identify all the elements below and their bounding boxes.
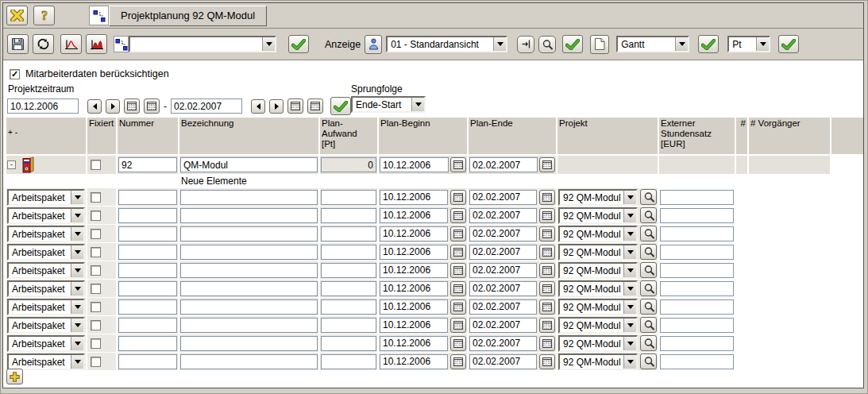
projekt-search-button[interactable] <box>640 317 657 333</box>
chevron-down-icon[interactable] <box>756 37 769 51</box>
plan-ende-calendar-button[interactable] <box>539 281 555 296</box>
plan-beginn-calendar-button[interactable] <box>450 263 466 278</box>
period-end-back-button[interactable] <box>251 99 265 114</box>
chevron-down-icon[interactable] <box>623 282 636 296</box>
chevron-down-icon[interactable] <box>71 245 83 259</box>
projekt-search-button[interactable] <box>640 280 657 296</box>
aufwand-input[interactable] <box>321 245 376 260</box>
nummer-input[interactable] <box>118 190 177 205</box>
chevron-down-icon[interactable] <box>623 191 636 204</box>
plan-ende-input[interactable] <box>469 226 537 241</box>
period-end-calendar-button[interactable] <box>287 98 303 114</box>
stundensatz-input[interactable] <box>660 263 734 278</box>
collapse-node-button[interactable]: - <box>7 160 16 169</box>
projekt-search-button[interactable] <box>640 189 657 205</box>
bezeichnung-input[interactable] <box>180 245 318 260</box>
chevron-down-icon[interactable] <box>623 355 636 369</box>
plan-beginn-input[interactable] <box>380 190 448 205</box>
projekt-select[interactable]: 92 QM-Modul <box>558 335 638 352</box>
plan-beginn-input[interactable] <box>380 226 448 241</box>
element-type-select[interactable]: Arbeitspaket <box>7 280 85 297</box>
chevron-down-icon[interactable] <box>623 337 636 350</box>
plan-ende-calendar-button[interactable] <box>539 336 555 351</box>
plan-ende-input[interactable] <box>469 190 537 205</box>
bezeichnung-input[interactable] <box>180 208 318 223</box>
bezeichnung-input[interactable] <box>180 318 318 333</box>
period-start-back-button[interactable] <box>87 99 102 114</box>
gantt-select[interactable]: Gantt <box>616 36 689 52</box>
project-beginn-calendar-button[interactable] <box>450 157 466 172</box>
plan-ende-input[interactable] <box>469 245 537 260</box>
chevron-down-icon[interactable] <box>623 209 636 222</box>
chevron-down-icon[interactable] <box>623 227 636 241</box>
aufwand-input[interactable] <box>321 318 376 333</box>
projekt-search-button[interactable] <box>640 262 657 278</box>
chevron-down-icon[interactable] <box>71 355 83 369</box>
chevron-down-icon[interactable] <box>411 98 424 111</box>
plan-ende-calendar-button[interactable] <box>539 318 555 333</box>
nummer-input[interactable] <box>118 226 177 241</box>
fixiert-checkbox[interactable] <box>91 320 101 330</box>
plan-ende-calendar-button[interactable] <box>539 299 555 315</box>
plan-beginn-calendar-button[interactable] <box>450 354 466 369</box>
fixiert-checkbox[interactable] <box>91 211 101 221</box>
save-button[interactable] <box>7 34 29 54</box>
chevron-down-icon[interactable] <box>675 37 688 51</box>
sprungfolge-select[interactable]: Ende-Start <box>351 96 426 113</box>
aufwand-input[interactable] <box>321 190 376 205</box>
period-end-calendar2-button[interactable] <box>307 98 323 114</box>
fixiert-checkbox[interactable] <box>91 229 101 239</box>
new-view-button[interactable] <box>590 35 609 54</box>
load-view-button[interactable] <box>517 36 534 53</box>
view-select[interactable]: 01 - Standardansicht <box>386 36 507 52</box>
user-view-button[interactable] <box>365 35 382 54</box>
plan-beginn-calendar-button[interactable] <box>450 318 466 333</box>
period-start-calendar2-button[interactable] <box>144 98 160 114</box>
bezeichnung-input[interactable] <box>180 336 318 351</box>
bezeichnung-input[interactable] <box>180 263 318 278</box>
plan-beginn-input[interactable] <box>380 281 448 296</box>
fixiert-checkbox[interactable] <box>91 302 101 312</box>
period-start-input[interactable] <box>7 98 79 114</box>
fixiert-checkbox[interactable] <box>91 247 101 257</box>
nummer-input[interactable] <box>118 336 177 351</box>
fixiert-checkbox[interactable] <box>91 192 101 203</box>
period-end-forward-button[interactable] <box>269 99 284 114</box>
projekt-select[interactable]: 92 QM-Modul <box>558 189 638 206</box>
fixiert-checkbox[interactable] <box>91 284 101 294</box>
chevron-down-icon[interactable] <box>71 227 83 241</box>
tab-projektplanung[interactable]: Projektplanung 92 QM-Modul <box>109 6 267 26</box>
chevron-down-icon[interactable] <box>71 319 83 332</box>
plan-ende-calendar-button[interactable] <box>539 208 555 223</box>
projekt-select[interactable]: 92 QM-Modul <box>558 207 638 224</box>
unit-select[interactable]: Pt <box>727 36 770 52</box>
bezeichnung-input[interactable] <box>180 190 318 205</box>
stundensatz-input[interactable] <box>660 190 734 205</box>
element-type-select[interactable]: Arbeitspaket <box>7 189 85 206</box>
bezeichnung-input[interactable] <box>180 354 318 369</box>
bezeichnung-input[interactable] <box>180 299 318 315</box>
element-type-select[interactable]: Arbeitspaket <box>7 244 85 261</box>
period-start-forward-button[interactable] <box>106 99 120 114</box>
projekt-select[interactable]: 92 QM-Modul <box>558 353 638 370</box>
bezeichnung-input[interactable] <box>180 281 318 296</box>
plan-beginn-calendar-button[interactable] <box>450 208 466 223</box>
project-ende-calendar-button[interactable] <box>539 157 555 172</box>
plan-beginn-calendar-button[interactable] <box>450 226 466 241</box>
fixiert-checkbox[interactable] <box>91 265 101 276</box>
chevron-down-icon[interactable] <box>71 300 83 314</box>
chevron-down-icon[interactable] <box>71 209 83 222</box>
aufwand-input[interactable] <box>321 226 376 241</box>
stundensatz-input[interactable] <box>660 336 734 351</box>
plan-ende-input[interactable] <box>469 208 537 223</box>
plan-ende-calendar-button[interactable] <box>539 226 555 241</box>
refresh-button[interactable] <box>33 34 54 54</box>
chevron-down-icon[interactable] <box>623 245 636 259</box>
nummer-input[interactable] <box>118 318 177 333</box>
projekt-search-button[interactable] <box>640 299 657 315</box>
period-start-calendar-button[interactable] <box>124 98 140 114</box>
chevron-down-icon[interactable] <box>262 37 275 51</box>
chevron-down-icon[interactable] <box>71 282 83 296</box>
stundensatz-input[interactable] <box>660 245 734 260</box>
add-row-button[interactable] <box>6 369 23 384</box>
